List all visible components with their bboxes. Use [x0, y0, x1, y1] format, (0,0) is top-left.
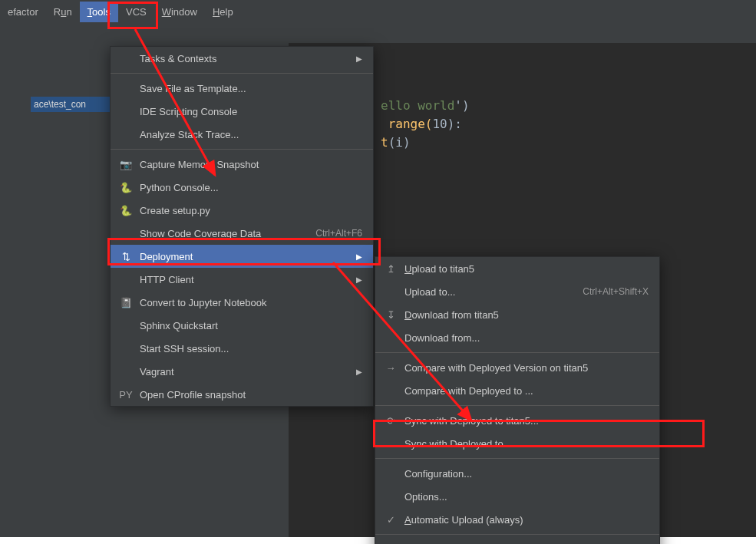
- menu-item-label: Sync with Deployed to ...: [404, 438, 649, 450]
- menu-separator: [111, 73, 373, 74]
- menu-item-label: Show Code Coverage Data: [140, 228, 297, 239]
- menu-item-label: Start SSH session...: [140, 343, 362, 354]
- ide-body: ello world') range(10): t(i) ace\test_co…: [0, 23, 756, 537]
- menu-item-label: Upload to...: [404, 286, 564, 298]
- deploy-menu-item-5[interactable]: →Compare with Deployed Version on titan5: [375, 356, 659, 379]
- menu-separator: [375, 534, 659, 535]
- menu-item-label: HTTP Client: [140, 274, 342, 285]
- check-icon: ✓: [383, 514, 398, 526]
- menu-item-label: Create setup.py: [140, 205, 362, 216]
- menu-icon: 📷: [118, 159, 134, 170]
- deploy-menu-item-13[interactable]: ✓Automatic Upload (always): [375, 508, 659, 531]
- menu-refactor[interactable]: efactor: [0, 2, 46, 22]
- tools-menu-item-0[interactable]: Tasks & Contexts▶: [111, 47, 373, 70]
- menu-help[interactable]: Help: [205, 2, 241, 22]
- menu-shortcut: Ctrl+Alt+F6: [315, 228, 362, 239]
- menu-run[interactable]: Run: [46, 2, 80, 22]
- tools-menu-item-12[interactable]: 📓Convert to Jupyter Notebook: [111, 291, 373, 314]
- submenu-arrow-icon: ▶: [356, 252, 362, 261]
- tools-menu-item-2[interactable]: Save File as Template...: [111, 77, 373, 100]
- deploy-menu-item-9[interactable]: Sync with Deployed to ...: [375, 432, 659, 455]
- python-console-icon: 🐍: [118, 182, 134, 193]
- download-icon: ↧: [383, 309, 398, 321]
- menu-item-label: Automatic Upload (always): [404, 514, 649, 526]
- submenu-arrow-icon: ▶: [356, 368, 362, 376]
- deploy-menu-item-6[interactable]: Compare with Deployed to ...: [375, 379, 659, 402]
- tools-menu-item-7[interactable]: 🐍Python Console...: [111, 176, 373, 199]
- menu-item-label: Capture Memory Snapshot: [140, 159, 362, 170]
- tools-menu-item-6[interactable]: 📷Capture Memory Snapshot: [111, 153, 373, 176]
- tools-menu-item-3[interactable]: IDE Scripting Console: [111, 100, 373, 123]
- menu-item-label: Tasks & Contexts: [140, 53, 342, 64]
- tools-menu-item-4[interactable]: Analyze Stack Trace...: [111, 123, 373, 146]
- menubar: efactor Run Tools VCS Window Help: [0, 0, 756, 23]
- menu-tools[interactable]: Tools: [80, 2, 118, 22]
- deploy-menu-item-1[interactable]: Upload to...Ctrl+Alt+Shift+X: [375, 280, 659, 303]
- menu-item-label: Configuration...: [404, 468, 649, 480]
- tools-menu: Tasks & Contexts▶Save File as Template..…: [110, 46, 374, 407]
- menu-item-label: Sync with Deployed to titan5...: [404, 415, 649, 427]
- deploy-menu-item-2[interactable]: ↧Download from titan5: [375, 303, 659, 326]
- submenu-arrow-icon: ▶: [356, 54, 362, 63]
- menu-item-label: Analyze Stack Trace...: [140, 129, 362, 140]
- deploy-menu-item-0[interactable]: ↥Upload to titan5: [375, 257, 659, 280]
- menu-item-label: IDE Scripting Console: [140, 106, 362, 117]
- upload-icon: ↥: [383, 263, 398, 275]
- python-setup-icon: 🐍: [118, 205, 134, 216]
- menu-item-label: Vagrant: [140, 366, 342, 378]
- menu-item-label: Download from...: [404, 332, 649, 344]
- deploy-menu-item-12[interactable]: Options...: [375, 485, 659, 508]
- menu-separator: [375, 352, 659, 353]
- tools-menu-item-16[interactable]: PYOpen CProfile snapshot: [111, 383, 373, 406]
- tools-menu-item-9[interactable]: Show Code Coverage DataCtrl+Alt+F6: [111, 222, 373, 245]
- menu-item-label: Compare with Deployed Version on titan5: [404, 362, 649, 374]
- submenu-arrow-icon: ▶: [356, 275, 362, 284]
- tools-menu-item-14[interactable]: Start SSH session...: [111, 337, 373, 360]
- menu-item-label: Options...: [404, 491, 649, 503]
- deploy-menu-item-3[interactable]: Download from...: [375, 326, 659, 349]
- menu-item-label: Compare with Deployed to ...: [404, 385, 649, 397]
- menu-item-label: Download from titan5: [404, 309, 649, 321]
- deployment-submenu: ↥Upload to titan5Upload to...Ctrl+Alt+Sh…: [375, 256, 660, 544]
- menu-item-label: Deployment: [140, 251, 342, 262]
- menu-item-label: Sphinx Quickstart: [140, 320, 362, 331]
- deploy-menu-item-8[interactable]: ⟳Sync with Deployed to titan5...: [375, 409, 659, 432]
- deploy-menu-item-11[interactable]: Configuration...: [375, 462, 659, 485]
- menu-item-label: Upload to titan5: [404, 263, 649, 275]
- deployment-icon: ⇅: [118, 251, 134, 262]
- menu-item-label: Convert to Jupyter Notebook: [140, 297, 362, 308]
- ide-window: efactor Run Tools VCS Window Help ello w…: [0, 0, 756, 537]
- menu-item-label: Python Console...: [140, 182, 362, 193]
- jupyter-icon: 📓: [118, 297, 134, 308]
- menu-separator: [111, 149, 373, 150]
- project-path-chip[interactable]: ace\test_con: [31, 97, 111, 112]
- compare-arrow-icon: →: [383, 362, 398, 374]
- menu-vcs[interactable]: VCS: [118, 2, 154, 22]
- tools-menu-item-15[interactable]: Vagrant▶: [111, 360, 373, 383]
- menu-item-label: Save File as Template...: [140, 83, 362, 94]
- cprofile-icon: PY: [118, 389, 134, 401]
- menu-window[interactable]: Window: [154, 2, 205, 22]
- menu-separator: [375, 405, 659, 406]
- deploy-menu-item-15[interactable]: ☰Browse Remote Host: [375, 538, 659, 544]
- menu-item-label: Open CProfile snapshot: [140, 389, 362, 401]
- menu-separator: [375, 458, 659, 459]
- tools-menu-item-13[interactable]: Sphinx Quickstart: [111, 314, 373, 337]
- tools-menu-item-11[interactable]: HTTP Client▶: [111, 268, 373, 291]
- tools-menu-item-10[interactable]: ⇅Deployment▶: [111, 245, 373, 268]
- menu-shortcut: Ctrl+Alt+Shift+X: [583, 286, 649, 297]
- sync-icon: ⟳: [383, 415, 398, 427]
- tools-menu-item-8[interactable]: 🐍Create setup.py: [111, 199, 373, 222]
